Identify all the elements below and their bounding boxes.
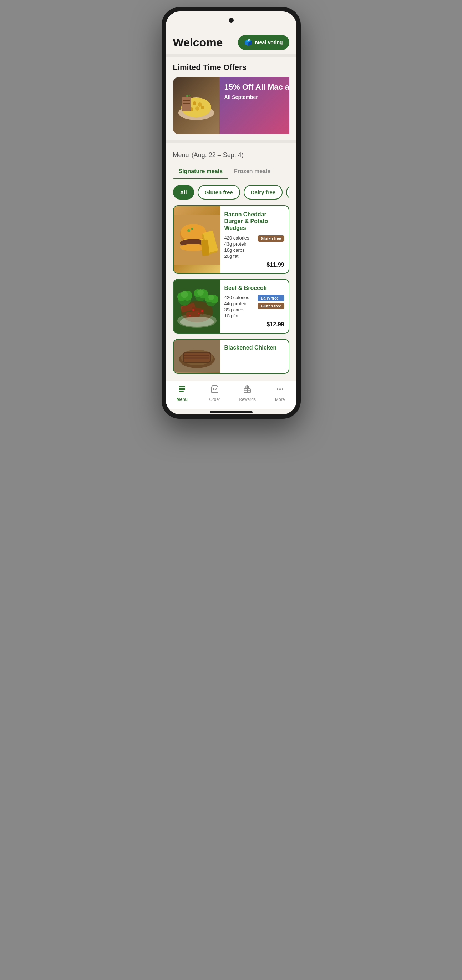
section-divider (166, 54, 297, 57)
svg-point-38 (197, 289, 204, 296)
meal-voting-label: Meal Voting (255, 40, 283, 45)
status-bar (166, 11, 297, 29)
filter-dairy-free[interactable]: Dairy free (244, 185, 283, 200)
svg-rect-55 (179, 386, 185, 387)
bottom-nav: Menu Order (166, 381, 297, 409)
svg-point-42 (208, 294, 214, 300)
meal-voting-icon: 🗳️ (244, 38, 252, 46)
phone-screen: Welcome 🗳️ Meal Voting Limited Time Offe… (166, 11, 297, 415)
meal-price-broccoli: $12.99 (224, 321, 284, 328)
filter-chips: All Gluten free Dairy free Vegan (173, 185, 289, 200)
meal-badges-burger: Gluten free (257, 235, 284, 242)
meal-stats-broccoli: 420 calories 44g protein 39g carbs 10g f… (224, 295, 284, 318)
svg-point-62 (277, 388, 278, 390)
menu-icon (178, 385, 186, 396)
svg-rect-22 (201, 239, 210, 256)
badge-gluten-free-burger: Gluten free (257, 235, 284, 242)
meal-info-broccoli: Beef & Broccoli 420 calories 44g protein… (220, 280, 289, 333)
meal-price-burger: $11.99 (224, 262, 284, 268)
svg-point-3 (193, 102, 196, 105)
svg-point-13 (189, 95, 190, 96)
svg-rect-57 (179, 391, 184, 391)
svg-point-16 (181, 224, 206, 241)
chicken-svg (174, 339, 220, 372)
offers-section: Limited Time Offers (166, 57, 297, 140)
nav-item-menu[interactable]: Menu (166, 385, 199, 402)
svg-point-23 (187, 229, 190, 232)
offer-text-area: 15% Off All Mac and Cheese All September… (219, 77, 289, 134)
svg-point-63 (279, 388, 281, 390)
meal-image-broccoli (174, 280, 220, 333)
meal-name-broccoli: Beef & Broccoli (224, 285, 284, 291)
svg-point-7 (201, 106, 205, 109)
offers-title: Limited Time Offers (173, 63, 289, 72)
offers-scroll: 15% Off All Mac and Cheese All September… (173, 77, 289, 134)
svg-point-4 (198, 102, 202, 107)
section-divider-2 (166, 140, 297, 143)
menu-section: Menu (Aug. 22 – Sep. 4) Signature meals … (166, 143, 297, 200)
offer-card-mac-cheese[interactable]: 15% Off All Mac and Cheese All September… (173, 77, 289, 134)
svg-point-24 (191, 228, 194, 230)
tab-signature-meals[interactable]: Signature meals (173, 165, 229, 179)
offer-sub-text: All September (224, 94, 289, 100)
meal-name-burger: Bacon Cheddar Burger & Potato Wedges (224, 211, 284, 232)
burger-svg (174, 215, 220, 264)
nav-item-more[interactable]: More (264, 385, 297, 402)
badge-gluten-free-broccoli: Gluten free (257, 303, 284, 309)
nav-item-order[interactable]: Order (198, 385, 231, 402)
tab-signature-label: Signature meals (179, 168, 223, 174)
svg-rect-9 (182, 97, 191, 111)
broccoli-svg (174, 280, 220, 333)
rewards-icon (243, 385, 251, 396)
filter-dairy-free-label: Dairy free (251, 189, 275, 195)
tab-frozen-meals[interactable]: Frozen meals (228, 165, 276, 179)
menu-tabs: Signature meals Frozen meals (173, 165, 289, 179)
nav-label-order: Order (209, 397, 220, 402)
nav-item-rewards[interactable]: Rewards (231, 385, 264, 402)
nav-label-menu: Menu (176, 397, 188, 402)
svg-point-34 (181, 291, 188, 298)
meal-info-burger: Bacon Cheddar Burger & Potato Wedges 420… (220, 206, 289, 273)
filter-gluten-free[interactable]: Gluten free (198, 185, 240, 200)
svg-point-6 (195, 107, 199, 111)
meal-card-chicken[interactable]: Blackened Chicken (173, 339, 289, 374)
meal-carbs-burger: 16g carbs (224, 247, 284, 253)
meal-fat-burger: 20g fat (224, 253, 284, 259)
svg-rect-56 (179, 388, 185, 390)
meal-image-burger (174, 206, 220, 273)
meal-cards-container: Bacon Cheddar Burger & Potato Wedges 420… (166, 205, 297, 381)
meal-card-broccoli[interactable]: Beef & Broccoli 420 calories 44g protein… (173, 279, 289, 334)
svg-point-44 (198, 313, 199, 314)
meal-stats-burger: 420 calories 43g protein 16g carbs 20g f… (224, 235, 284, 259)
phone-frame: Welcome 🗳️ Meal Voting Limited Time Offe… (162, 7, 301, 419)
welcome-heading: Welcome (173, 36, 223, 49)
offer-image-mac (173, 77, 219, 134)
svg-point-43 (192, 309, 194, 311)
meal-image-chicken (174, 339, 220, 373)
menu-title: Menu (Aug. 22 – Sep. 4) (173, 148, 289, 159)
tab-frozen-label: Frozen meals (234, 168, 270, 174)
filter-all[interactable]: All (173, 185, 194, 200)
svg-point-45 (189, 315, 191, 316)
badge-dairy-free-broccoli: Dairy free (257, 295, 284, 301)
nav-label-rewards: Rewards (239, 397, 256, 402)
filter-gluten-free-label: Gluten free (205, 189, 233, 195)
meal-badges-broccoli: Dairy free Gluten free (257, 295, 284, 309)
camera-dot (229, 18, 234, 23)
mac-cheese-svg (176, 86, 216, 125)
meal-name-chicken: Blackened Chicken (224, 345, 284, 351)
more-icon (276, 385, 284, 396)
app-header: Welcome 🗳️ Meal Voting (166, 29, 297, 54)
filter-vegan[interactable]: Vegan (286, 185, 289, 200)
home-indicator (210, 411, 252, 413)
meal-info-chicken: Blackened Chicken (220, 339, 289, 373)
meal-fat-broccoli: 10g fat (224, 313, 284, 318)
svg-point-12 (186, 95, 188, 97)
meal-card-burger[interactable]: Bacon Cheddar Burger & Potato Wedges 420… (173, 205, 289, 274)
menu-title-text: Menu (173, 151, 189, 159)
svg-point-64 (282, 388, 283, 390)
offer-main-text: 15% Off All Mac and Cheese (224, 83, 289, 91)
menu-date-range: (Aug. 22 – Sep. 4) (192, 151, 244, 159)
meal-voting-button[interactable]: 🗳️ Meal Voting (238, 35, 289, 50)
svg-point-47 (180, 317, 214, 327)
